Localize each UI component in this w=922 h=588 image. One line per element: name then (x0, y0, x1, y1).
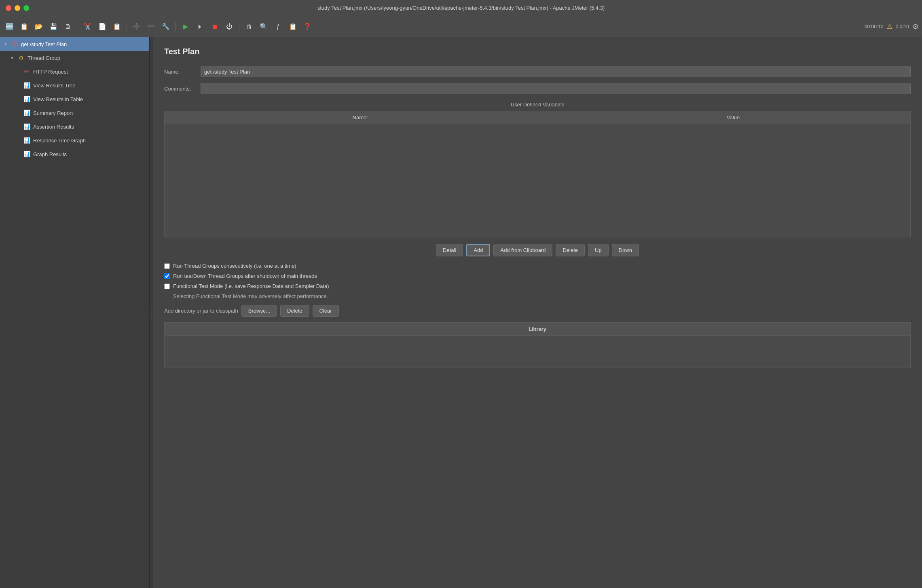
main-layout: ▼ Ⓐ get /study Test Plan ▼ ⚙ Thread Grou… (0, 37, 922, 588)
save-as-button[interactable]: 🗎 (61, 20, 74, 33)
detail-button[interactable]: Detail (436, 244, 463, 256)
maximize-button[interactable] (23, 5, 29, 11)
library-table-body (164, 336, 911, 368)
col-name-header: Name: (165, 111, 556, 124)
threads-display: 0 0/10 (896, 24, 909, 30)
consecutive-checkbox-row: Run Thread Groups consecutively (i.e. on… (164, 263, 911, 269)
delete-button[interactable]: Delete (556, 244, 585, 256)
start-button[interactable]: ▶ (179, 20, 192, 33)
consecutive-checkbox[interactable] (164, 263, 170, 269)
page-title: Test Plan (164, 47, 911, 56)
sidebar-item-http-request[interactable]: ✏ HTTP Request (0, 65, 149, 78)
graph-results-icon: 📊 (23, 150, 31, 158)
test-plan-icon: Ⓐ (11, 40, 19, 48)
comments-label: Comments: (164, 86, 201, 92)
sidebar-label-graph-results: Graph Results (33, 151, 67, 157)
delete2-button[interactable]: Delete (280, 305, 309, 317)
functional-note: Selecting Functional Test Mode may adver… (173, 293, 911, 299)
consecutive-label: Run Thread Groups consecutively (i.e. on… (173, 263, 296, 269)
name-input[interactable] (201, 66, 911, 77)
sidebar-label-thread-group: Thread Group (27, 55, 60, 61)
separator-4 (239, 22, 239, 32)
toolbar-right: 00:00:10 ⚠ 0 0/10 ⚙ (865, 22, 919, 31)
sidebar-item-thread-group[interactable]: ▼ ⚙ Thread Group (0, 51, 149, 65)
search-button[interactable]: 🔍 (257, 20, 270, 33)
save-button[interactable]: 💾 (47, 20, 60, 33)
functional-label: Functional Test Mode (i.e. save Response… (173, 283, 329, 289)
help-button[interactable]: ❓ (301, 20, 314, 33)
shutdown-button[interactable]: ⏻ (223, 20, 236, 33)
teardown-label: Run tearDown Thread Groups after shutdow… (173, 273, 317, 279)
up-button[interactable]: Up (588, 244, 609, 256)
toolbar: 🆕 📋 📂 💾 🗎 ✂️ 📄 📋 ➕ ➖ 🔧 ▶ ⏵ ⏹ ⏻ 🗑 🔍 ƒ 📋 ❓… (0, 16, 922, 37)
functional-checkbox[interactable] (164, 283, 170, 289)
library-table: Library (164, 322, 911, 336)
stop-button[interactable]: ⏹ (208, 20, 221, 33)
sidebar-item-view-results-tree[interactable]: 📊 View Results Tree (0, 78, 149, 92)
traffic-lights[interactable] (6, 5, 29, 11)
sidebar-label-http-request: HTTP Request (33, 69, 68, 75)
toggle-button[interactable]: 🔧 (159, 20, 172, 33)
sidebar: ▼ Ⓐ get /study Test Plan ▼ ⚙ Thread Grou… (0, 37, 150, 588)
variables-table-body (164, 124, 911, 237)
down-button[interactable]: Down (612, 244, 639, 256)
browse-button[interactable]: Browse... (241, 305, 277, 317)
new-button[interactable]: 🆕 (3, 20, 16, 33)
cut-button[interactable]: ✂️ (81, 20, 94, 33)
separator-3 (176, 22, 176, 32)
paste-button[interactable]: 📋 (110, 20, 123, 33)
function-helper-button[interactable]: ƒ (272, 20, 285, 33)
response-time-graph-icon: 📊 (23, 136, 31, 144)
resize-handle[interactable]: ⋮ (150, 37, 153, 588)
warning-icon: ⚠ (887, 23, 892, 30)
variables-table: Name: Value (164, 111, 911, 124)
user-defined-variables-header: User Defined Variables (164, 102, 911, 108)
clear-all-button[interactable]: 🗑 (243, 20, 256, 33)
sidebar-label-view-results-table: View Results in Table (33, 96, 83, 102)
title-bar: study Test Plan.jmx (/Users/iyeong-gyun/… (0, 0, 922, 16)
sidebar-item-graph-results[interactable]: 📊 Graph Results (0, 147, 149, 161)
separator-1 (78, 22, 78, 32)
functional-checkbox-row: Functional Test Mode (i.e. save Response… (164, 283, 911, 289)
close-button[interactable] (6, 5, 11, 11)
timer-display: 00:00:10 (865, 24, 884, 30)
add-clipboard-button[interactable]: Add from Clipboard (493, 244, 552, 256)
teardown-checkbox-row: Run tearDown Thread Groups after shutdow… (164, 273, 911, 279)
classpath-label: Add directory or jar to classpath (164, 308, 238, 314)
summary-report-icon: 📊 (23, 109, 31, 117)
sidebar-item-summary-report[interactable]: 📊 Summary Report (0, 106, 149, 120)
minimize-button[interactable] (15, 5, 20, 11)
sidebar-item-assertion-results[interactable]: 📊 Assertion Results (0, 120, 149, 133)
table-buttons: Detail Add Add from Clipboard Delete Up … (164, 244, 911, 256)
collapse-button[interactable]: ➖ (145, 20, 158, 33)
settings-icon[interactable]: ⚙ (912, 22, 919, 31)
copy-button[interactable]: 📄 (96, 20, 109, 33)
http-request-icon: ✏ (23, 68, 31, 76)
teardown-checkbox[interactable] (164, 273, 170, 279)
comments-input[interactable] (201, 83, 911, 94)
sidebar-item-test-plan[interactable]: ▼ Ⓐ get /study Test Plan (0, 37, 149, 51)
view-results-tree-icon: 📊 (23, 81, 31, 89)
name-row: Name: (164, 66, 911, 77)
start-no-pause-button[interactable]: ⏵ (194, 20, 207, 33)
expand-button[interactable]: ➕ (130, 20, 143, 33)
sidebar-label-summary-report: Summary Report (33, 110, 73, 116)
open-button[interactable]: 📂 (32, 20, 45, 33)
sidebar-item-response-time-graph[interactable]: 📊 Response Time Graph (0, 133, 149, 147)
tree-arrow-test-plan[interactable]: ▼ (3, 42, 8, 47)
sidebar-label-assertion-results: Assertion Results (33, 124, 74, 130)
comments-row: Comments: (164, 83, 911, 94)
view-results-table-icon: 📊 (23, 95, 31, 103)
classpath-row: Add directory or jar to classpath Browse… (164, 305, 911, 317)
template-button[interactable]: 📋 (18, 20, 31, 33)
tree-arrow-thread-group[interactable]: ▼ (10, 55, 15, 60)
sidebar-item-view-results-table[interactable]: 📊 View Results in Table (0, 92, 149, 106)
assertion-results-icon: 📊 (23, 123, 31, 131)
content-area: Test Plan Name: Comments: User Defined V… (153, 37, 922, 588)
clear-button[interactable]: Clear (313, 305, 339, 317)
log-viewer-button[interactable]: 📋 (286, 20, 299, 33)
add-button[interactable]: Add (466, 244, 490, 256)
thread-group-icon: ⚙ (17, 54, 25, 62)
col-value-header: Value (556, 111, 911, 124)
name-label: Name: (164, 69, 201, 75)
